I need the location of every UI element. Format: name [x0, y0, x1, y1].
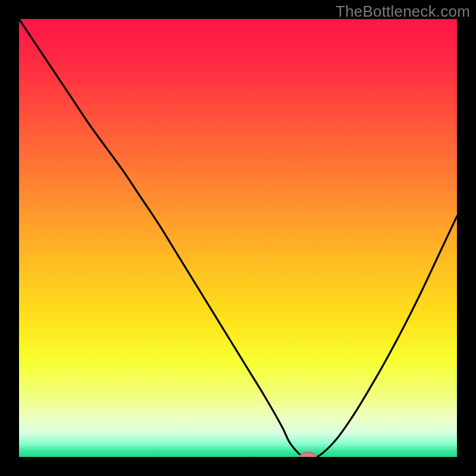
gradient-background: [19, 19, 457, 457]
plot-svg: [19, 19, 457, 457]
watermark-text: TheBottleneck.com: [336, 2, 470, 21]
plot-area: [19, 19, 457, 457]
chart-frame: TheBottleneck.com: [0, 0, 476, 476]
